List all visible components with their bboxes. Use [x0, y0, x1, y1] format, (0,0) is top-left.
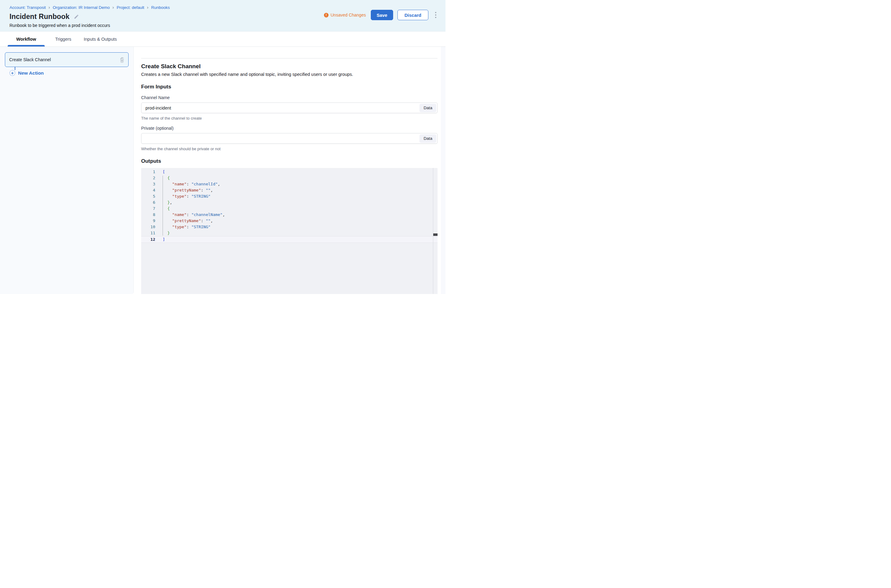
private-data-button[interactable]: Data: [420, 134, 436, 143]
action-card-title: Create Slack Channel: [9, 57, 51, 62]
code-line-content: "prettyName": "",: [155, 187, 213, 194]
code-line: 9 "prettyName": "",: [141, 218, 438, 224]
channel-name-label: Channel Name: [141, 95, 438, 100]
code-line: 3 "name": "channelId",: [141, 181, 438, 187]
save-button[interactable]: Save: [371, 10, 393, 20]
code-line: 4 "prettyName": "",: [141, 187, 438, 194]
page-title: Incident Runbook: [9, 12, 69, 21]
unsaved-changes-label: Unsaved Changes: [331, 12, 366, 18]
more-options-kebab-icon[interactable]: [433, 11, 438, 19]
code-line: 2 {: [141, 175, 438, 181]
delete-action-trash-icon[interactable]: [119, 57, 125, 63]
active-tab-indicator: [8, 45, 45, 46]
breadcrumb-runbooks-link[interactable]: Runbooks: [151, 5, 170, 10]
action-title: Create Slack Channel: [141, 63, 438, 70]
code-line-content: [: [155, 169, 165, 175]
action-detail-pane: Create Slack Channel Creates a new Slack…: [134, 47, 441, 294]
workflow-steps-panel: Create Slack Channel +: [0, 47, 134, 294]
line-number: 12: [141, 237, 155, 243]
tab-inputs-outputs[interactable]: Inputs & Outputs: [82, 32, 119, 46]
tab-workflow[interactable]: Workflow: [8, 32, 45, 46]
code-line: 10 "type": "STRING": [141, 224, 438, 230]
channel-name-input[interactable]: [141, 102, 438, 113]
line-number: 6: [141, 200, 155, 206]
channel-name-help-text: The name of the channel to create: [141, 116, 438, 120]
code-line-content: ]: [155, 237, 165, 243]
code-line-content: "prettyName": "",: [155, 218, 213, 224]
code-line: 5 "type": "STRING": [141, 194, 438, 200]
code-line-content: },: [155, 200, 172, 206]
line-number: 8: [141, 212, 155, 218]
code-line: 6 },: [141, 200, 438, 206]
line-number: 11: [141, 230, 155, 236]
line-number: 4: [141, 187, 155, 194]
page-right-rail: [441, 47, 446, 294]
discard-button[interactable]: Discard: [397, 10, 428, 20]
outputs-code-editor[interactable]: 1[2 {3 "name": "channelId",4 "prettyName…: [141, 168, 438, 294]
edit-title-pencil-icon[interactable]: [74, 14, 79, 19]
line-number: 1: [141, 169, 155, 175]
outputs-heading: Outputs: [141, 158, 438, 164]
workflow-connector-line: [15, 67, 15, 70]
private-label: Private (optional): [141, 126, 438, 130]
line-number: 2: [141, 175, 155, 181]
field-channel-name: Channel Name Data The name of the channe…: [141, 95, 438, 120]
code-line: 7 {: [141, 206, 438, 212]
breadcrumb-separator-icon: ›: [147, 5, 149, 10]
plus-icon: +: [9, 70, 15, 76]
runbook-editor-page: Account: Transposit › Organization: IR I…: [0, 0, 446, 294]
private-help-text: Whether the channel should be private or…: [141, 147, 438, 151]
breadcrumb-separator-icon: ›: [49, 5, 50, 10]
breadcrumb-separator-icon: ›: [112, 5, 114, 10]
tab-inputs-outputs-label: Inputs & Outputs: [84, 37, 117, 42]
line-number: 9: [141, 218, 155, 224]
breadcrumb: Account: Transposit › Organization: IR I…: [9, 5, 437, 10]
warning-icon: !: [324, 13, 328, 18]
tab-bar: Workflow Triggers Inputs & Outputs: [0, 32, 446, 47]
line-number: 10: [141, 224, 155, 230]
tab-triggers-label: Triggers: [55, 37, 71, 42]
runbook-description: Runbook to be triggered when a prod inci…: [9, 23, 437, 28]
code-line-content: "type": "STRING": [155, 194, 211, 200]
field-private: Private (optional) Data Whether the chan…: [141, 126, 438, 151]
private-input[interactable]: [141, 133, 438, 144]
tab-workflow-label: Workflow: [16, 37, 36, 42]
channel-name-data-button[interactable]: Data: [420, 104, 436, 112]
editor-scrollbar-thumb[interactable]: [433, 233, 438, 236]
breadcrumb-account-link[interactable]: Account: Transposit: [9, 5, 46, 10]
code-line-content: "name": "channelId",: [155, 181, 220, 187]
tab-triggers[interactable]: Triggers: [45, 32, 82, 46]
breadcrumb-project-link[interactable]: Project: default: [117, 5, 144, 10]
breadcrumb-organization-link[interactable]: Organization: IR Internal Demo: [53, 5, 110, 10]
indent-guide: [163, 176, 163, 236]
unsaved-changes-badge: ! Unsaved Changes: [324, 12, 366, 18]
page-header: Account: Transposit › Organization: IR I…: [0, 0, 446, 32]
new-action-button[interactable]: + New Action: [9, 70, 129, 76]
action-description: Creates a new Slack channel with specifi…: [141, 72, 438, 77]
line-number: 5: [141, 194, 155, 200]
code-line: 8 "name": "channelName",: [141, 212, 438, 218]
code-line-content: "name": "channelName",: [155, 212, 225, 218]
line-number: 3: [141, 181, 155, 187]
code-line-content: "type": "STRING": [155, 224, 211, 230]
action-card-create-slack-channel[interactable]: Create Slack Channel: [5, 52, 129, 67]
form-inputs-heading: Form Inputs: [141, 84, 438, 90]
detail-top-divider: [141, 58, 438, 58]
code-line: 11 }: [141, 230, 438, 236]
outputs-editor-lines: 1[2 {3 "name": "channelId",4 "prettyName…: [141, 168, 438, 243]
code-line: 12]: [141, 236, 438, 243]
new-action-label: New Action: [18, 70, 44, 76]
code-line: 1[: [141, 169, 438, 175]
line-number: 7: [141, 206, 155, 212]
